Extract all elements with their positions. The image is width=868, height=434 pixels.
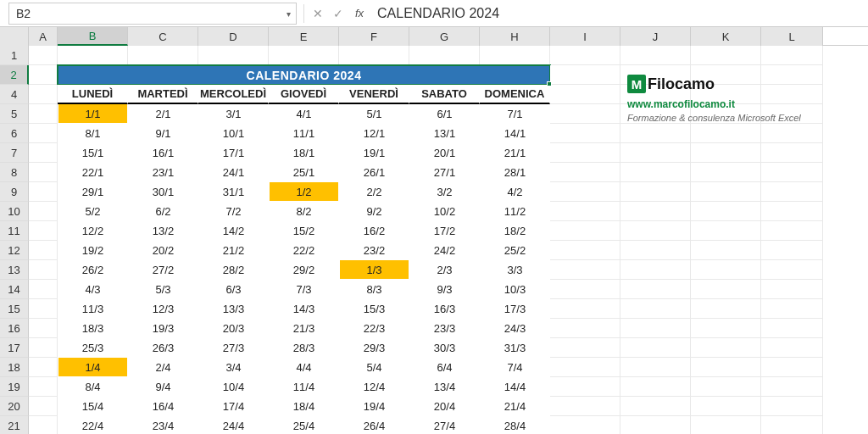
calendar-date-cell[interactable]: 4/3 xyxy=(58,280,128,299)
column-header-E[interactable]: E xyxy=(269,27,339,46)
calendar-date-cell[interactable]: 10/1 xyxy=(198,124,269,143)
row-header-20[interactable]: 20 xyxy=(0,397,29,416)
calendar-date-cell[interactable]: 19/4 xyxy=(339,397,409,416)
cell[interactable] xyxy=(761,377,823,397)
calendar-date-cell[interactable]: 3/2 xyxy=(409,182,480,202)
calendar-date-cell[interactable]: 23/3 xyxy=(409,319,480,338)
calendar-date-cell[interactable]: 2/4 xyxy=(128,358,198,377)
cell[interactable] xyxy=(29,299,58,319)
cell[interactable] xyxy=(58,46,128,65)
calendar-date-cell[interactable]: 13/1 xyxy=(409,124,480,143)
calendar-date-cell[interactable]: 18/3 xyxy=(58,319,128,338)
calendar-date-cell[interactable]: 20/4 xyxy=(409,397,480,416)
row-header-7[interactable]: 7 xyxy=(0,143,29,163)
calendar-date-cell[interactable]: 9/1 xyxy=(128,124,198,143)
cell[interactable] xyxy=(29,319,58,338)
column-header-C[interactable]: C xyxy=(128,27,198,46)
cell[interactable] xyxy=(620,46,691,65)
cell[interactable] xyxy=(620,124,691,143)
cell[interactable] xyxy=(29,46,58,65)
calendar-date-cell[interactable]: 22/1 xyxy=(58,163,128,182)
calendar-date-cell[interactable]: 16/2 xyxy=(339,221,409,241)
calendar-date-cell[interactable]: 28/2 xyxy=(198,260,269,280)
row-header-19[interactable]: 19 xyxy=(0,377,29,397)
calendar-date-cell[interactable]: 19/1 xyxy=(339,143,409,163)
calendar-date-cell[interactable]: 5/4 xyxy=(339,358,409,377)
calendar-date-cell[interactable]: 22/2 xyxy=(269,241,339,260)
calendar-date-cell[interactable]: 24/4 xyxy=(198,416,269,434)
calendar-date-cell[interactable]: 14/3 xyxy=(269,299,339,319)
cell[interactable] xyxy=(620,202,691,221)
calendar-date-cell[interactable]: 25/2 xyxy=(480,241,550,260)
calendar-date-cell[interactable]: 9/2 xyxy=(339,202,409,221)
calendar-date-cell[interactable]: 26/1 xyxy=(339,163,409,182)
cell[interactable] xyxy=(620,241,691,260)
cell[interactable] xyxy=(29,202,58,221)
calendar-date-cell[interactable]: 12/1 xyxy=(339,124,409,143)
calendar-date-cell[interactable]: 20/1 xyxy=(409,143,480,163)
cell[interactable] xyxy=(550,143,620,163)
check-icon[interactable]: ✓ xyxy=(329,4,348,23)
calendar-date-cell[interactable]: 4/2 xyxy=(480,182,550,202)
column-header-I[interactable]: I xyxy=(550,27,620,46)
calendar-date-cell[interactable]: 20/3 xyxy=(198,319,269,338)
calendar-date-cell[interactable]: 14/2 xyxy=(198,221,269,241)
cell[interactable] xyxy=(620,143,691,163)
cell[interactable] xyxy=(620,182,691,202)
column-header-F[interactable]: F xyxy=(339,27,409,46)
calendar-date-cell[interactable]: 30/3 xyxy=(409,338,480,358)
calendar-date-cell[interactable]: 26/3 xyxy=(128,338,198,358)
calendar-date-cell[interactable]: 27/4 xyxy=(409,416,480,434)
column-header-G[interactable]: G xyxy=(409,27,480,46)
calendar-date-cell[interactable]: 18/2 xyxy=(480,221,550,241)
calendar-date-cell[interactable]: 11/4 xyxy=(269,377,339,397)
cell[interactable] xyxy=(269,46,339,65)
calendar-date-cell[interactable]: 6/2 xyxy=(128,202,198,221)
calendar-date-cell[interactable]: 3/4 xyxy=(198,358,269,377)
calendar-date-cell[interactable]: 1/3 xyxy=(339,260,409,280)
row-header-1[interactable]: 1 xyxy=(0,46,29,65)
cell[interactable] xyxy=(761,416,823,434)
cell[interactable] xyxy=(550,85,620,104)
cell[interactable] xyxy=(29,260,58,280)
cell[interactable] xyxy=(761,46,823,65)
calendar-date-cell[interactable]: 16/4 xyxy=(128,397,198,416)
calendar-date-cell[interactable]: 1/1 xyxy=(58,104,128,124)
cell[interactable] xyxy=(620,397,691,416)
calendar-date-cell[interactable]: 10/2 xyxy=(409,202,480,221)
calendar-date-cell[interactable]: 14/4 xyxy=(480,377,550,397)
cell[interactable] xyxy=(29,143,58,163)
cell[interactable] xyxy=(761,202,823,221)
cell[interactable] xyxy=(691,163,761,182)
calendar-date-cell[interactable]: 24/3 xyxy=(480,319,550,338)
cell[interactable] xyxy=(691,124,761,143)
cancel-icon[interactable]: ✕ xyxy=(309,4,327,23)
weekday-header[interactable]: LUNEDÌ xyxy=(58,85,128,104)
calendar-date-cell[interactable]: 11/2 xyxy=(480,202,550,221)
cell[interactable] xyxy=(691,338,761,358)
calendar-date-cell[interactable]: 1/4 xyxy=(58,358,128,377)
cell[interactable] xyxy=(620,280,691,299)
column-header-B[interactable]: B xyxy=(58,27,128,46)
calendar-date-cell[interactable]: 28/1 xyxy=(480,163,550,182)
row-header-9[interactable]: 9 xyxy=(0,182,29,202)
calendar-date-cell[interactable]: 2/3 xyxy=(409,260,480,280)
cell[interactable] xyxy=(29,163,58,182)
cell[interactable] xyxy=(691,46,761,65)
cell[interactable] xyxy=(691,221,761,241)
calendar-date-cell[interactable]: 22/3 xyxy=(339,319,409,338)
calendar-date-cell[interactable]: 26/4 xyxy=(339,416,409,434)
cell[interactable] xyxy=(620,338,691,358)
calendar-date-cell[interactable]: 31/1 xyxy=(198,182,269,202)
cell[interactable] xyxy=(691,377,761,397)
cell[interactable] xyxy=(550,124,620,143)
cell[interactable] xyxy=(761,221,823,241)
calendar-date-cell[interactable]: 23/1 xyxy=(128,163,198,182)
cell[interactable] xyxy=(198,46,269,65)
calendar-date-cell[interactable]: 17/3 xyxy=(480,299,550,319)
cell[interactable] xyxy=(620,299,691,319)
cell[interactable] xyxy=(620,377,691,397)
cell[interactable] xyxy=(691,182,761,202)
cell[interactable] xyxy=(550,221,620,241)
cell[interactable] xyxy=(550,358,620,377)
